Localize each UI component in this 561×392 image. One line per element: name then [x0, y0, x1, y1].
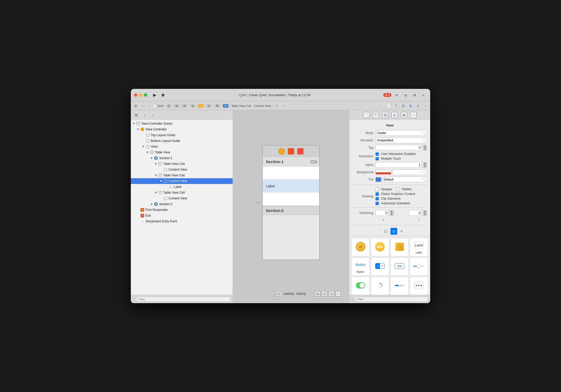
- arrow-tvc3[interactable]: ▶: [154, 191, 158, 195]
- breadcrumb-vi2[interactable]: Vi: [198, 104, 203, 108]
- filter-input-left[interactable]: [136, 297, 231, 302]
- canvas-btn-1[interactable]: ⊞: [315, 291, 320, 296]
- tree-bottom-layout[interactable]: ▶ Bottom Layout Guide: [131, 138, 233, 144]
- arrow-vc-scene[interactable]: ▶: [132, 122, 136, 126]
- breadcrumb-vi1[interactable]: Vi: [190, 104, 195, 108]
- canvas-btn-2[interactable]: ⊟: [322, 291, 327, 296]
- tree-tvc2[interactable]: ▶ Table View Cell: [131, 172, 233, 178]
- identity-btn[interactable]: ⊞: [408, 103, 413, 109]
- clears-gfx-checkbox[interactable]: ✓: [375, 192, 379, 196]
- obj-textfield[interactable]: Text: [390, 257, 409, 276]
- tree-cv2-selected[interactable]: ▶ Content View: [131, 178, 233, 184]
- tree-label[interactable]: ▶ L Label: [131, 184, 233, 190]
- breadcrumb-table-view-cell[interactable]: Table View Cell: [231, 104, 251, 107]
- stop-button[interactable]: [160, 92, 166, 98]
- background-swatch[interactable]: [375, 170, 391, 175]
- file-inspector-btn[interactable]: 📄: [386, 103, 391, 109]
- minimize-button[interactable]: [139, 93, 142, 97]
- stretch-x-input[interactable]: [375, 210, 389, 216]
- tree-table-view[interactable]: ▶ Table View: [131, 149, 233, 155]
- breadcrumb-qold[interactable]: 📄 Qold: [153, 104, 163, 107]
- canvas-btn-3[interactable]: ⊡: [329, 291, 334, 296]
- hidden-checkbox[interactable]: [396, 188, 400, 191]
- obj-label[interactable]: Label Label: [410, 238, 428, 256]
- arrow-table[interactable]: ▶: [145, 150, 150, 154]
- section2-cell-2[interactable]: [263, 228, 319, 241]
- stretch-x-inc[interactable]: ▲: [390, 210, 394, 213]
- clip-subviews-checkbox[interactable]: ✓: [375, 197, 379, 200]
- obj-segment[interactable]: 1 2: [371, 257, 389, 276]
- lib-tab-circle[interactable]: ⊙: [390, 228, 397, 235]
- forward-button[interactable]: ›: [147, 103, 152, 109]
- stretch-y-inc[interactable]: ▲: [423, 210, 427, 213]
- more-button[interactable]: »: [420, 91, 427, 99]
- quick-help-btn[interactable]: ⊟: [400, 103, 406, 109]
- tag-stepper[interactable]: ▲ ▼: [423, 145, 427, 151]
- stretch-y-dec[interactable]: ▼: [423, 213, 427, 216]
- tag-input[interactable]: [375, 145, 422, 151]
- alpha-stepper[interactable]: ▲ ▼: [423, 162, 427, 168]
- lib-tab-file[interactable]: 📄: [375, 228, 382, 235]
- stretch-x-stepper[interactable]: ▲ ▼: [390, 210, 394, 216]
- background-select[interactable]: ⌃⌄: [392, 169, 427, 175]
- obj-button[interactable]: Button Button: [351, 257, 370, 276]
- obj-progress[interactable]: [390, 277, 409, 295]
- tree-cv1[interactable]: ▶ Content View: [131, 167, 233, 172]
- nav-project-btn[interactable]: ⊞: [133, 112, 140, 118]
- nav-forward[interactable]: ›: [150, 112, 156, 118]
- tag-decrement[interactable]: ▼: [423, 148, 427, 151]
- filter-input-right[interactable]: [355, 297, 428, 302]
- obj-stepper[interactable]: [410, 277, 428, 295]
- user-interaction-checkbox[interactable]: ✓: [375, 152, 379, 156]
- attributes-btn[interactable]: ≡: [415, 103, 421, 109]
- identity-insp-btn[interactable]: ⊟: [382, 112, 388, 118]
- tree-first-responder[interactable]: ▶ First Responder: [131, 207, 233, 213]
- error-badge[interactable]: ⚠ 1: [383, 93, 391, 97]
- file-insp-btn[interactable]: 📄: [363, 112, 369, 118]
- breadcrumb-content-view[interactable]: Content View: [254, 104, 271, 107]
- tree-entry-point[interactable]: ▶ → Storyboard Entry Point: [131, 218, 233, 224]
- quick-help-insp-btn[interactable]: ?: [373, 112, 379, 118]
- tint-swatch[interactable]: [375, 177, 381, 182]
- obj-nav[interactable]: ⏮⏭: [371, 238, 389, 256]
- alpha-increment[interactable]: ▲: [423, 162, 427, 165]
- tree-section2[interactable]: ▶ Section-2: [131, 201, 233, 207]
- autoresize-checkbox[interactable]: ✓: [375, 202, 379, 205]
- navigator-toggle[interactable]: ⊞: [133, 103, 139, 109]
- table-cell-1[interactable]: [263, 166, 319, 180]
- tree-tvc3[interactable]: ▶ Table View Cell: [131, 190, 233, 195]
- tree-view-controller-scene[interactable]: ▶ View Controller Scene: [131, 121, 233, 126]
- lib-tab-table[interactable]: ≡: [398, 228, 405, 235]
- connections-insp-btn[interactable]: →: [410, 112, 417, 118]
- obj-switch[interactable]: [351, 277, 370, 295]
- obj-cube[interactable]: ⬡: [390, 238, 409, 256]
- obj-slider[interactable]: [410, 257, 428, 276]
- size-insp-btn[interactable]: ⊞: [401, 112, 407, 118]
- stretch-y-stepper[interactable]: ▲ ▼: [423, 210, 427, 216]
- arrow-section2[interactable]: ▶: [150, 202, 154, 206]
- table-cell-3[interactable]: [263, 193, 319, 206]
- mode-select[interactable]: Center ⌃⌄: [375, 130, 427, 136]
- canvas-btn-4[interactable]: ⊢: [335, 291, 341, 296]
- breadcrumb-m2[interactable]: M: [182, 104, 187, 108]
- lib-tab-code[interactable]: { }: [383, 228, 389, 235]
- tree-view-controller[interactable]: ▶ View Controller: [131, 126, 233, 132]
- breadcrumb-vi3[interactable]: Vi: [206, 104, 211, 108]
- tree-tvc1[interactable]: ▶ Table View Cell: [131, 161, 233, 167]
- tree-view[interactable]: ▶ View: [131, 144, 233, 149]
- breadcrumb-next[interactable]: ›: [281, 103, 287, 109]
- stretch-y-input[interactable]: [409, 210, 422, 216]
- arrow-cv2[interactable]: ▶: [159, 179, 163, 183]
- tree-top-layout[interactable]: ▶ Top Layout Guide: [131, 132, 233, 138]
- section2-cell-1[interactable]: [263, 215, 319, 228]
- tag-increment[interactable]: ▲: [423, 145, 427, 148]
- connections-btn[interactable]: →: [422, 103, 428, 109]
- attributes-insp-btn[interactable]: ⊙: [391, 112, 398, 118]
- arrow-view[interactable]: ▶: [141, 145, 145, 149]
- tree-section1[interactable]: ▶ Section-1: [131, 155, 233, 161]
- warning-button[interactable]: ⚠: [274, 103, 280, 109]
- obj-activity[interactable]: [371, 277, 389, 295]
- arrow-tvc2[interactable]: ▶: [154, 173, 158, 177]
- tint-select[interactable]: Default ⌃⌄: [382, 177, 427, 182]
- alpha-input[interactable]: [375, 162, 422, 168]
